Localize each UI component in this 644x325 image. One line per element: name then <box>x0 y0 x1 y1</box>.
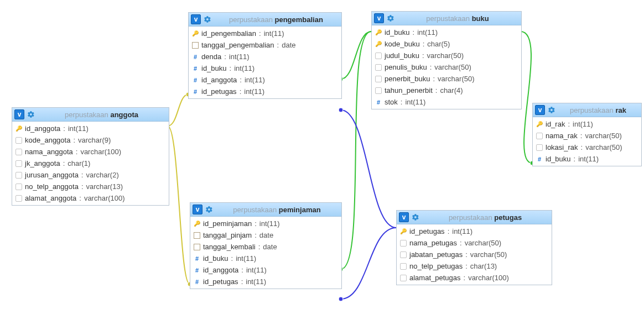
column-name: lokasi_rak <box>546 143 578 151</box>
column-row[interactable]: 🔑id_anggota : int(11) <box>12 123 169 134</box>
number-icon: # <box>192 54 199 60</box>
column-row[interactable]: 🔑id_petugas : int(11) <box>397 226 552 237</box>
text-icon <box>536 133 543 139</box>
table-title: perpustakaan anggota <box>38 111 165 119</box>
column-name: no_telp_anggota <box>25 182 79 191</box>
column-row[interactable]: #id_buku : int(11) <box>189 62 341 74</box>
gear-icon[interactable] <box>547 106 556 114</box>
table-header[interactable]: vperpustakaan rak <box>533 103 641 117</box>
table-rak[interactable]: vperpustakaan rak🔑id_rak : int(11)nama_r… <box>532 103 642 166</box>
collapse-toggle-icon[interactable]: v <box>374 13 384 23</box>
column-row[interactable]: #id_buku : int(11) <box>533 153 641 165</box>
table-header[interactable]: vperpustakaan buku <box>372 12 521 25</box>
column-list: 🔑id_peminjaman : int(11)tanggal_pinjam :… <box>190 217 341 289</box>
key-icon: 🔑 <box>400 228 407 234</box>
column-row[interactable]: #denda : int(11) <box>189 51 341 62</box>
column-row[interactable]: #id_buku : int(11) <box>190 253 341 264</box>
column-name: id_petugas <box>203 277 238 286</box>
gear-icon[interactable] <box>411 213 420 222</box>
table-buku[interactable]: vperpustakaan buku🔑id_buku : int(11)🔑kod… <box>371 11 522 109</box>
column-row[interactable]: kode_anggota : varchar(9) <box>12 134 169 146</box>
date-icon <box>192 42 199 49</box>
number-icon: # <box>194 255 200 262</box>
text-icon <box>375 53 382 59</box>
column-row[interactable]: nama_anggota : varchar(100) <box>12 146 169 158</box>
collapse-toggle-icon[interactable]: v <box>399 212 409 222</box>
gear-icon[interactable] <box>203 15 212 24</box>
column-row[interactable]: 🔑id_pengembalian : int(11) <box>189 28 341 39</box>
column-type: int(11) <box>246 277 266 286</box>
column-row[interactable]: jurusan_anggota : varchar(2) <box>12 169 169 181</box>
column-row[interactable]: #id_petugas : int(11) <box>190 276 341 287</box>
column-type: int(11) <box>264 29 284 38</box>
database-name: perpustakaan <box>570 106 614 114</box>
column-row[interactable]: penulis_buku : varchar(50) <box>372 61 521 73</box>
column-row[interactable]: 🔑id_rak : int(11) <box>533 118 641 130</box>
table-header[interactable]: vperpustakaan petugas <box>397 211 552 224</box>
table-header[interactable]: vperpustakaan pengembalian <box>189 13 341 27</box>
table-name: buku <box>472 14 489 23</box>
column-row[interactable]: tahun_penerbit : char(4) <box>372 85 521 96</box>
table-header[interactable]: vperpustakaan anggota <box>12 108 169 122</box>
column-type: varchar(50) <box>434 63 471 71</box>
column-row[interactable]: #id_petugas : int(11) <box>189 86 341 97</box>
table-name: petugas <box>494 213 522 222</box>
column-row[interactable]: #id_anggota : int(11) <box>189 74 341 86</box>
collapse-toggle-icon[interactable]: v <box>14 109 24 119</box>
column-type: int(11) <box>452 227 472 235</box>
column-row[interactable]: penerbit_buku : varchar(50) <box>372 73 521 85</box>
column-name: penerbit_buku <box>385 75 430 83</box>
table-anggota[interactable]: vperpustakaan anggota🔑id_anggota : int(1… <box>12 107 169 206</box>
column-type: char(13) <box>470 262 497 270</box>
collapse-toggle-icon[interactable]: v <box>191 14 201 24</box>
column-row[interactable]: tanggal_pengembalian : date <box>189 39 341 51</box>
column-row[interactable]: #id_anggota : int(11) <box>190 264 341 276</box>
text-icon <box>536 144 543 151</box>
column-type: varchar(100) <box>468 274 509 282</box>
column-row[interactable]: jabatan_petugas : varchar(50) <box>397 249 552 260</box>
column-row[interactable]: no_telp_petugas : char(13) <box>397 260 552 272</box>
column-row[interactable]: tanggal_pinjam : date <box>190 229 341 241</box>
text-icon <box>15 172 22 179</box>
number-icon: # <box>375 99 382 106</box>
column-row[interactable]: #stok : int(11) <box>372 96 521 108</box>
column-name: id_rak <box>546 120 565 128</box>
column-row[interactable]: lokasi_rak : varchar(50) <box>533 141 641 153</box>
column-row[interactable]: 🔑id_buku : int(11) <box>372 27 521 38</box>
column-row[interactable]: jk_anggota : char(1) <box>12 158 169 169</box>
key-icon: 🔑 <box>375 41 382 47</box>
column-row[interactable]: no_telp_anggota : varchar(13) <box>12 181 169 192</box>
column-type: date <box>259 231 273 239</box>
column-row[interactable]: 🔑id_peminjaman : int(11) <box>190 218 341 229</box>
column-name: id_buku <box>203 254 228 263</box>
gear-icon[interactable] <box>27 110 35 119</box>
column-name: id_petugas <box>201 87 237 96</box>
number-icon: # <box>192 77 199 83</box>
column-type: date <box>282 41 295 49</box>
text-icon <box>400 263 407 270</box>
column-row[interactable]: alamat_anggota : varchar(100) <box>12 192 169 204</box>
table-header[interactable]: vperpustakaan peminjaman <box>190 203 341 217</box>
gear-icon[interactable] <box>386 14 395 23</box>
database-name: perpustakaan <box>426 14 470 23</box>
column-name: jabatan_petugas <box>409 250 463 259</box>
table-petugas[interactable]: vperpustakaan petugas🔑id_petugas : int(1… <box>396 210 552 285</box>
column-row[interactable]: judul_buku : varchar(50) <box>372 50 521 61</box>
column-type: varchar(2) <box>86 171 118 179</box>
table-title: perpustakaan peminjaman <box>216 206 338 214</box>
gear-icon[interactable] <box>205 205 214 214</box>
column-name: jurusan_anggota <box>25 171 79 179</box>
collapse-toggle-icon[interactable]: v <box>193 205 202 214</box>
table-peminjaman[interactable]: vperpustakaan peminjaman🔑id_peminjaman :… <box>190 202 342 289</box>
column-row[interactable]: alamat_petugas : varchar(100) <box>397 272 552 284</box>
column-name: stok <box>385 98 398 106</box>
column-row[interactable]: tanggal_kembali : date <box>190 241 341 253</box>
column-type: int(11) <box>259 219 280 228</box>
table-pengembalian[interactable]: vperpustakaan pengembalian🔑id_pengembali… <box>188 12 342 99</box>
column-row[interactable]: 🔑kode_buku : char(5) <box>372 38 521 50</box>
column-row[interactable]: nama_rak : varchar(50) <box>533 130 641 141</box>
number-icon: # <box>192 65 199 72</box>
column-name: kode_buku <box>385 40 420 48</box>
column-row[interactable]: nama_petugas : varchar(50) <box>397 237 552 249</box>
collapse-toggle-icon[interactable]: v <box>535 105 545 115</box>
